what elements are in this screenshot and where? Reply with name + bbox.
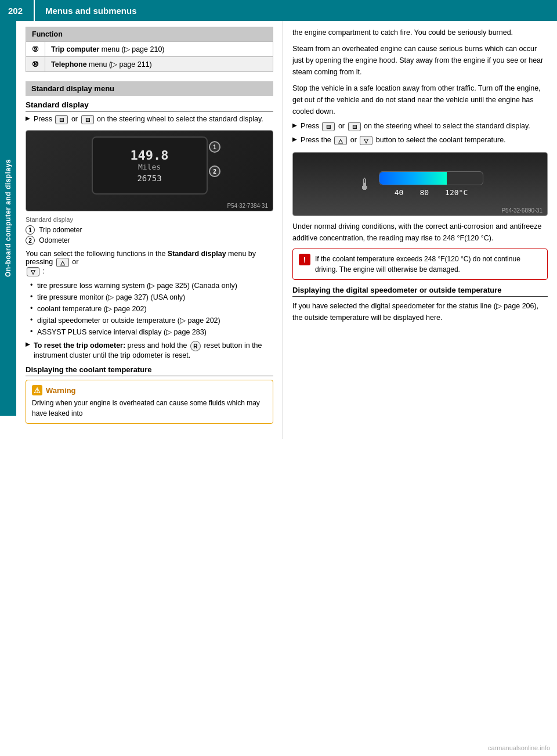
list-item: ASSYST PLUS service interval display (▷ … (30, 327, 273, 336)
btn-icon-down: ▽ (27, 267, 39, 276)
right-press-1: Press ⊟ or ⊟ on the steering wheel to se… (292, 122, 548, 131)
warning-box: ⚠ Warning Driving when your engine is ov… (26, 380, 273, 424)
table-cell-num: ⑨ (26, 42, 45, 57)
side-tab: On-board computer and displays (0, 21, 16, 416)
dash-display: 149.8 Miles 26753 (92, 136, 208, 195)
main-content: Function ⑨ Trip computer menu (▷ page 21… (16, 21, 557, 439)
right-press-text-2: Press the (301, 136, 333, 144)
list-item: tire pressure loss warning system (▷ pag… (30, 281, 273, 290)
right-column: the engine compartment to catch fire. Yo… (283, 21, 557, 439)
miles-label: Miles (138, 163, 161, 171)
coolant-section-heading: Displaying the coolant temperature (26, 365, 273, 376)
dashboard-image: 149.8 Miles 26753 1 2 P54·32·7384·31 (26, 130, 273, 211)
odometer-value: 26753 (137, 174, 161, 183)
caption-item-2: 2 Odometer (26, 236, 273, 245)
table-row: ⑨ Trip computer menu (▷ page 210) (26, 42, 273, 57)
danger-icon: ! (299, 254, 310, 265)
table-cell-num: ⑩ (26, 57, 45, 72)
watermark: carmanualsonline.info (488, 744, 550, 751)
caption-text-1: Trip odometer (39, 226, 82, 234)
body-colon: : (42, 267, 44, 275)
btn-icon-left: ⊟ (55, 115, 68, 124)
display-section-heading: Displaying the digital speedometer or ou… (292, 286, 548, 297)
press-detail: on the steering wheel to select the stan… (97, 115, 263, 123)
warning-icon: ⚠ (32, 385, 42, 395)
caption-circle-2: 2 (26, 236, 35, 245)
coolant-gauge-image: 🌡 40 80 120°C P54·32·6890·31 (292, 152, 548, 216)
function-table: Function ⑨ Trip computer menu (▷ page 21… (26, 27, 273, 72)
or-text: or (71, 115, 80, 123)
reset-text: press and hold the (128, 341, 187, 350)
caption-circle-1: 1 (26, 225, 35, 235)
photo-ref-2: P54·32·6890·31 (501, 207, 542, 214)
caption-text-2: Odometer (39, 236, 70, 244)
page-title: Menus and submenus (35, 6, 137, 16)
badge-1: 1 (209, 141, 220, 153)
gauge-bar (379, 171, 483, 185)
right-para-2: Steam from an overheated engine can caus… (292, 43, 548, 78)
caption-item-1: 1 Trip odometer (26, 225, 273, 235)
header-bar: 202 Menus and submenus (0, 0, 557, 21)
warning-text: Driving when your engine is overheated c… (32, 398, 267, 419)
warning-label: Warning (46, 386, 76, 395)
btn-icon-r2: ⊟ (348, 122, 361, 131)
right-para-1: the engine compartment to catch fire. Yo… (292, 27, 548, 38)
reset-btn-icon: R (190, 341, 201, 351)
body-paragraph: You can select the following functions i… (26, 250, 273, 276)
speed-value: 149.8 (130, 148, 168, 163)
subsection-standard-display: Standard display (26, 100, 273, 111)
gauge-fill (379, 172, 447, 185)
table-cell-content: Trip computer menu (▷ page 210) (45, 42, 273, 57)
right-press-2: Press the △ or ▽ button to select the co… (292, 136, 548, 145)
section-header-standard: Standard display menu (26, 81, 273, 96)
press-instruction: Press ⊟ or ⊟ on the steering wheel to se… (26, 115, 273, 124)
row1-suffix: menu (▷ page 210) (102, 45, 165, 53)
bullet-list: tire pressure loss warning system (▷ pag… (26, 281, 273, 336)
side-marker (0, 168, 3, 203)
display-text: If you have selected the digital speedom… (292, 300, 548, 323)
reset-instruction: To reset the trip odometer: press and ho… (26, 341, 273, 359)
page-number: 202 (0, 0, 35, 21)
table-header: Function (26, 27, 273, 42)
temp-40: 40 (395, 188, 404, 197)
thermometer-icon: 🌡 (357, 175, 373, 194)
danger-row: ! If the coolant temperature exceeds 248… (299, 254, 541, 275)
normal-conditions-text: Under normal driving conditions, with th… (292, 221, 548, 244)
left-column: Function ⑨ Trip computer menu (▷ page 21… (16, 21, 283, 439)
right-or-1: or (338, 122, 347, 130)
temp-80: 80 (419, 188, 429, 197)
body-bold: Standard display (168, 250, 226, 258)
table-cell-content: Telephone menu (▷ page 211) (45, 57, 273, 72)
row1-label: Trip computer (51, 45, 99, 53)
dash-image-label: Standard display (26, 216, 273, 223)
badge-2: 2 (209, 165, 220, 177)
right-press-detail-2: button to select the coolant temperature… (376, 136, 506, 144)
temp-120: 120°C (445, 188, 468, 197)
danger-text: If the coolant temperature exceeds 248 °… (315, 254, 541, 275)
btn-icon-r1: ⊟ (322, 122, 335, 131)
body-or: or (72, 258, 78, 266)
danger-box: ! If the coolant temperature exceeds 248… (292, 249, 548, 280)
list-item: tire pressure monitor (▷ page 327) (USA … (30, 293, 273, 301)
photo-ref-1: P54·32·7384·31 (227, 203, 268, 209)
table-row: ⑩ Telephone menu (▷ page 211) (26, 57, 273, 72)
list-item: coolant temperature (▷ page 202) (30, 304, 273, 313)
right-press-text-1: Press (301, 122, 321, 130)
row2-suffix: menu (▷ page 211) (89, 60, 152, 69)
right-para-3: Stop the vehicle in a safe location away… (292, 82, 548, 117)
btn-icon-down2: ▽ (360, 136, 372, 145)
row2-label: Telephone (51, 60, 87, 69)
body-text-1: You can select the following functions i… (26, 250, 165, 258)
btn-icon-right: ⊟ (81, 115, 94, 124)
btn-icon-up: △ (56, 258, 69, 267)
right-or-2: or (350, 136, 359, 144)
reset-label: To reset the trip odometer: (34, 341, 125, 350)
list-item: digital speedometer or outside temperatu… (30, 316, 273, 325)
side-tab-label: On-board computer and displays (4, 159, 12, 277)
press-text: Press (34, 115, 52, 123)
right-press-detail-1: on the steering wheel to select the stan… (364, 122, 530, 130)
coolant-gauge-container: 40 80 120°C (379, 171, 483, 197)
btn-icon-up2: △ (334, 136, 347, 145)
temp-labels: 40 80 120°C (395, 188, 468, 197)
warning-title: ⚠ Warning (32, 385, 267, 395)
